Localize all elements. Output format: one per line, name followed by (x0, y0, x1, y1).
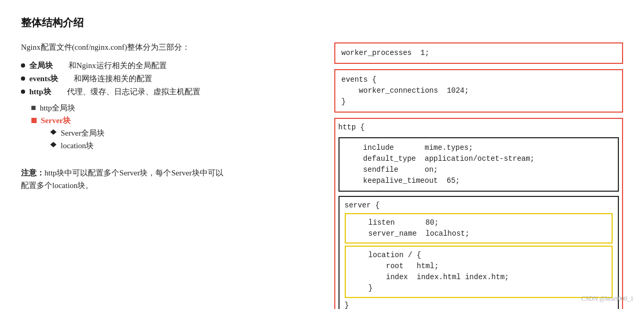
server-global-label: Server全局块 (61, 128, 105, 138)
server-block-label: Server块 (41, 116, 71, 126)
worker-processes-box: worker_processes 1; (334, 42, 623, 64)
note-text: 注意：http块中可以配置多个Server块，每个Server块中可以配置多个l… (21, 167, 324, 192)
events-block-text: events块 和网络连接相关的配置 (29, 74, 152, 84)
right-panel: worker_processes 1; events { worker_conn… (334, 42, 623, 309)
list-item-global: 全局块 和Nginx运行相关的全局配置 (21, 61, 324, 71)
sub-item-http-global: http全局块 (31, 103, 324, 113)
red-square-server (31, 118, 37, 123)
server-yellow-box: listen 80; server_name localhost; (345, 213, 613, 244)
http-open-label: http { (338, 122, 619, 134)
sub-sub-item-server-global: Server全局块 (50, 128, 324, 138)
page-title: 整体结构介绍 (21, 16, 623, 30)
diamond-server-global (50, 129, 57, 135)
events-block-box: events { worker_connections 1024; } (334, 69, 623, 113)
diamond-location (50, 142, 57, 147)
sub-list: http全局块 Server块 (31, 103, 324, 126)
http-block-desc: 代理、缓存、日志记录、虚拟主机配置 (67, 87, 200, 96)
events-block-desc: 和网络连接相关的配置 (74, 74, 152, 83)
http-global-label: http全局块 (40, 103, 75, 113)
bullet-dot-events (21, 76, 25, 81)
server-box: server { listen 80; server_name localhos… (338, 196, 619, 309)
location-block-label: location块 (61, 141, 94, 151)
sub-sub-item-location: location块 (50, 141, 324, 151)
http-inner-code: include mime.types; default_type applica… (346, 142, 612, 186)
main-bullet-list: 全局块 和Nginx运行相关的全局配置 events块 和网络连接相关的配置 h… (21, 61, 324, 97)
bullet-dot-global (21, 63, 25, 68)
global-block-text: 全局块 和Nginx运行相关的全局配置 (29, 61, 167, 71)
watermark: CSDN @heart000_1 (581, 295, 634, 303)
global-block-label: 全局块 (29, 61, 53, 70)
sub-item-server: Server块 (31, 116, 324, 126)
http-block-text: http块 代理、缓存、日志记录、虚拟主机配置 (29, 87, 200, 97)
http-block-label: http块 (29, 87, 51, 96)
sub-sub-list: Server全局块 location块 (50, 128, 324, 151)
square-bullet-http-global (31, 106, 36, 110)
http-inner-box: include mime.types; default_type applica… (338, 137, 619, 192)
server-open-label: server { (345, 200, 613, 213)
events-block-label: events块 (29, 74, 58, 83)
http-outer-box: http { include mime.types; default_type … (334, 118, 623, 309)
note-label: 注意： (21, 169, 44, 177)
left-panel: Nginx配置文件(conf/nginx.conf)整体分为三部分： 全局块 和… (21, 42, 334, 309)
intro-text: Nginx配置文件(conf/nginx.conf)整体分为三部分： (21, 42, 324, 52)
global-block-desc: 和Nginx运行相关的全局配置 (69, 61, 167, 70)
location-yellow-box: location / { root html; index index.html… (345, 246, 613, 298)
bullet-dot-http (21, 90, 25, 94)
server-yellow-code: listen 80; server_name localhost; (351, 217, 606, 239)
note-content: http块中可以配置多个Server块，每个Server块中可以配置多个loca… (21, 169, 223, 190)
location-yellow-code: location / { root html; index index.html… (351, 250, 606, 294)
server-close-label: } (345, 298, 613, 309)
list-item-events: events块 和网络连接相关的配置 (21, 74, 324, 84)
list-item-http: http块 代理、缓存、日志记录、虚拟主机配置 (21, 87, 324, 97)
